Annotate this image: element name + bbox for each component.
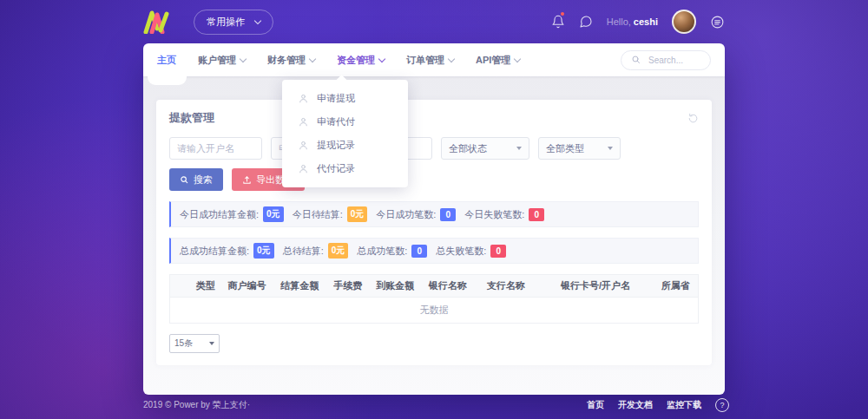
col-merchant-id: 商户编号 [222, 275, 275, 298]
dropdown-item-apply-payout[interactable]: 申请代付 [282, 110, 408, 134]
today-stats-bar: 今日成功结算金额: 0元 今日待结算: 0元 今日成功笔数: 0 今日失败笔数:… [169, 201, 699, 227]
stat-item: 总待结算: 0元 [283, 243, 349, 259]
username: ceshi [634, 16, 658, 27]
total-stats-bar: 总成功结算金额: 0元 总待结算: 0元 总成功笔数: 0 总失败笔数: 0 [169, 238, 699, 264]
user-icon [298, 163, 309, 174]
avatar[interactable] [672, 10, 696, 34]
nav-item-funds[interactable]: 资金管理 [337, 54, 385, 67]
dropdown-item-label: 提现记录 [317, 139, 355, 152]
funds-dropdown-menu: 申请提现 申请代付 提现记录 [282, 80, 408, 187]
caret-down-icon [209, 342, 214, 345]
greeting: Hello,ceshi [607, 16, 658, 27]
menu-circle-icon[interactable] [710, 15, 725, 29]
desktop-background: 常用操作 Hello,ceshi [0, 0, 868, 419]
search-icon [631, 55, 641, 65]
active-tab-notch [148, 75, 187, 85]
page-size-value: 15条 [174, 337, 193, 350]
card-body: 申请提现 申请代付 提现记录 [143, 76, 725, 395]
footer-link-monitor[interactable]: 监控下载 [667, 399, 701, 411]
quick-actions-label: 常用操作 [207, 16, 245, 29]
message-icon[interactable] [579, 15, 593, 29]
nav-search[interactable] [621, 50, 711, 70]
copyright: 2019 © Power by 荣上支付· [143, 399, 250, 411]
nav-item-accounts[interactable]: 账户管理 [198, 54, 246, 67]
chevron-down-icon [378, 55, 385, 62]
footer-links: 首页 开发文档 监控下载 ? [587, 398, 729, 412]
filter-row: 全部状态 全部类型 [169, 137, 699, 160]
stat-badge: 0 [411, 245, 427, 258]
table-header-row: 类型 商户编号 结算金额 手续费 到账金额 银行名称 支行名称 银行卡号/开户名… [170, 275, 699, 298]
help-icon[interactable]: ? [715, 398, 729, 412]
user-icon [298, 93, 309, 104]
nav-item-label: 订单管理 [406, 54, 444, 67]
account-name-input[interactable] [169, 137, 262, 160]
refresh-icon[interactable] [687, 113, 699, 124]
stat-label: 总成功结算金额: [180, 245, 249, 258]
stat-badge: 0元 [347, 206, 368, 222]
col-province: 所属省 [656, 275, 699, 298]
dropdown-item-apply-withdraw[interactable]: 申请提现 [282, 87, 408, 110]
stat-label: 今日成功笔数: [376, 208, 436, 221]
quick-actions-button[interactable]: 常用操作 [194, 10, 273, 35]
dropdown-item-payout-records[interactable]: 代付记录 [282, 157, 408, 180]
main-nav: 主页 账户管理 财务管理 资金管理 订单管理 [143, 43, 725, 76]
nav-search-input[interactable] [647, 55, 700, 66]
stat-item: 今日待结算: 0元 [293, 206, 368, 222]
stat-item: 总成功结算金额: 0元 [180, 243, 274, 259]
withdraw-panel: 提款管理 全部状态 全部类型 [156, 100, 712, 365]
stat-label: 今日待结算: [293, 208, 343, 221]
greeting-prefix: Hello, [607, 16, 631, 27]
search-button-label: 搜索 [194, 173, 213, 187]
status-select[interactable]: 全部状态 [441, 137, 529, 160]
notification-bell-icon[interactable] [551, 15, 565, 29]
stat-label: 今日成功结算金额: [180, 208, 259, 221]
footer-link-home[interactable]: 首页 [587, 399, 604, 411]
dropdown-item-label: 申请提现 [317, 92, 355, 105]
type-select[interactable]: 全部类型 [538, 137, 621, 160]
stat-badge: 0 [490, 245, 506, 258]
col-select [170, 275, 191, 298]
col-fee: 手续费 [328, 275, 371, 298]
dropdown-item-label: 申请代付 [317, 115, 355, 128]
stat-item: 今日失败笔数: 0 [464, 208, 544, 221]
nav-item-label: API管理 [476, 54, 510, 67]
header-left: 常用操作 [143, 10, 273, 35]
footer-link-docs[interactable]: 开发文档 [618, 399, 653, 411]
nav-item-finance[interactable]: 财务管理 [267, 54, 315, 67]
stat-item: 总失败笔数: 0 [436, 245, 506, 258]
chevron-down-icon [514, 55, 521, 62]
empty-text: 无数据 [170, 298, 699, 324]
nav-item-orders[interactable]: 订单管理 [406, 54, 454, 67]
col-type: 类型 [191, 275, 223, 298]
stat-item: 今日成功笔数: 0 [376, 208, 456, 221]
chevron-down-icon [240, 55, 247, 62]
user-icon [298, 140, 309, 151]
nav-items: 主页 账户管理 财务管理 资金管理 订单管理 [157, 54, 520, 67]
button-row: 搜索 导出数据 [169, 168, 699, 191]
dropdown-item-withdraw-records[interactable]: 提现记录 [282, 134, 408, 157]
caret-down-icon [516, 147, 522, 150]
stat-item: 今日成功结算金额: 0元 [180, 206, 284, 222]
header-right: Hello,ceshi [551, 10, 725, 34]
nav-item-label: 财务管理 [267, 54, 306, 67]
user-icon [298, 116, 309, 128]
nav-item-label: 资金管理 [337, 54, 375, 67]
search-button[interactable]: 搜索 [169, 168, 223, 191]
page-size-select[interactable]: 15条 [169, 334, 220, 353]
col-card-holder: 银行卡号/开户名 [556, 275, 656, 298]
stat-item: 总成功笔数: 0 [357, 245, 427, 258]
stat-badge: 0元 [263, 206, 284, 222]
main-card: 主页 账户管理 财务管理 资金管理 订单管理 [143, 43, 725, 395]
stat-badge: 0 [529, 208, 544, 221]
nav-item-api[interactable]: API管理 [476, 54, 520, 67]
nav-item-home[interactable]: 主页 [157, 54, 176, 67]
stat-label: 总成功笔数: [357, 245, 407, 258]
notification-dot [561, 12, 564, 16]
stat-label: 总失败笔数: [436, 245, 486, 258]
chevron-down-icon [254, 16, 261, 23]
stat-badge: 0元 [253, 243, 274, 259]
app-header: 常用操作 Hello,ceshi [143, 0, 725, 43]
stat-label: 总待结算: [283, 245, 324, 258]
stat-badge: 0 [440, 208, 456, 221]
search-icon [180, 175, 189, 185]
